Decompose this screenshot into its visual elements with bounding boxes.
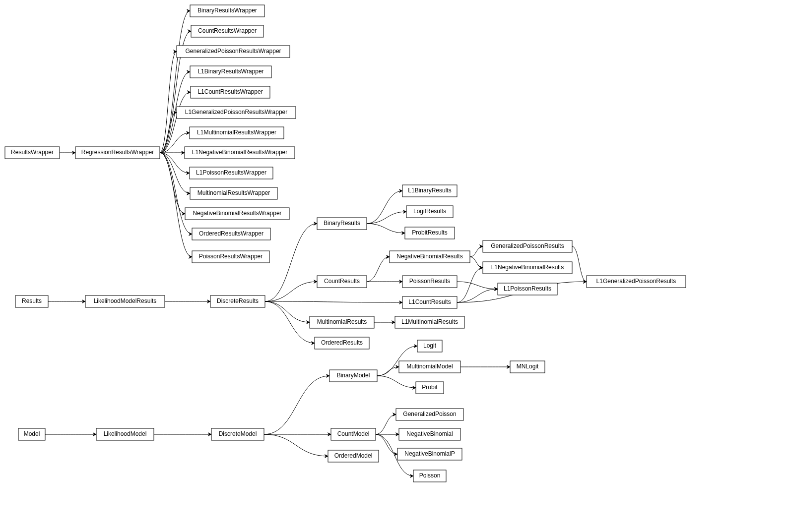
- node-label: L1CountResultsWrapper: [197, 88, 262, 95]
- node-label: OrderedResults: [321, 339, 363, 346]
- node-MultinomialResultsWrapper[interactable]: MultinomialResultsWrapper: [190, 187, 277, 199]
- node-label: DiscreteModel: [219, 430, 257, 437]
- node-LikelihoodModel[interactable]: LikelihoodModel: [96, 428, 154, 440]
- edge-CountModel-GeneralizedPoisson: [376, 414, 396, 434]
- edge-NegativeBinomialResults-GeneralizedPoissonResults: [470, 246, 483, 257]
- node-Poisson[interactable]: Poisson: [413, 470, 446, 482]
- node-label: LikelihoodModelResults: [94, 297, 157, 304]
- edge-DiscreteModel-OrderedModel: [264, 434, 328, 456]
- node-NegativeBinomialResultsWrapper[interactable]: NegativeBinomialResultsWrapper: [185, 208, 289, 220]
- node-label: Model: [24, 430, 40, 437]
- node-L1CountResultsWrapper[interactable]: L1CountResultsWrapper: [191, 86, 270, 98]
- node-BinaryModel[interactable]: BinaryModel: [329, 370, 377, 382]
- node-label: OrderedModel: [334, 452, 373, 459]
- node-label: L1PoissonResults: [504, 285, 551, 292]
- node-NegativeBinomial[interactable]: NegativeBinomial: [399, 428, 460, 440]
- node-label: LikelihoodModel: [104, 430, 147, 437]
- node-OrderedModel[interactable]: OrderedModel: [328, 450, 379, 462]
- node-label: NegativeBinomialResults: [396, 253, 462, 260]
- edge-RegressionResultsWrapper-PoissonResultsWrapper: [160, 153, 192, 257]
- node-label: MNLogit: [517, 363, 539, 370]
- edge-RegressionResultsWrapper-BinaryResultsWrapper: [160, 11, 190, 153]
- node-PoissonResults[interactable]: PoissonResults: [402, 276, 457, 288]
- node-label: GeneralizedPoissonResults: [491, 242, 564, 249]
- edge-L1CountResults-L1NegativeBinomialResults: [457, 268, 483, 302]
- node-GeneralizedPoisson[interactable]: GeneralizedPoisson: [396, 409, 463, 420]
- node-DiscreteModel[interactable]: DiscreteModel: [211, 428, 264, 440]
- node-L1CountResults[interactable]: L1CountResults: [402, 296, 457, 308]
- node-CountModel[interactable]: CountModel: [331, 428, 376, 440]
- node-NegativeBinomialP[interactable]: NegativeBinomialP: [397, 448, 462, 460]
- node-CountResults[interactable]: CountResults: [317, 276, 367, 288]
- node-label: BinaryResultsWrapper: [197, 7, 257, 14]
- node-LikelihoodModelResults[interactable]: LikelihoodModelResults: [85, 296, 165, 307]
- node-GeneralizedPoissonResultsWrapper[interactable]: GeneralizedPoissonResultsWrapper: [177, 46, 290, 58]
- node-ResultsWrapper[interactable]: ResultsWrapper: [5, 147, 60, 159]
- node-label: DiscreteResults: [217, 297, 259, 304]
- node-label: MultinomialResults: [317, 318, 367, 325]
- edge-BinaryResults-LogitResults: [367, 212, 406, 224]
- node-label: CountResults: [324, 278, 360, 285]
- node-L1BinaryResults[interactable]: L1BinaryResults: [402, 185, 457, 197]
- node-label: LogitResults: [413, 208, 446, 215]
- edge-GeneralizedPoissonResults-L1GeneralizedPoissonResults: [572, 246, 587, 282]
- node-L1PoissonResultsWrapper[interactable]: L1PoissonResultsWrapper: [190, 167, 273, 179]
- inheritance-diagram: ResultsWrapperRegressionResultsWrapperBi…: [0, 0, 786, 532]
- node-L1NegativeBinomialResultsWrapper[interactable]: L1NegativeBinomialResultsWrapper: [185, 147, 295, 159]
- node-OrderedResults[interactable]: OrderedResults: [315, 337, 369, 349]
- edge-BinaryModel-Probit: [377, 376, 416, 388]
- node-label: L1GeneralizedPoissonResults: [596, 278, 676, 285]
- node-label: BinaryModel: [337, 372, 370, 379]
- node-DiscreteResults[interactable]: DiscreteResults: [210, 296, 265, 307]
- edge-DiscreteResults-L1CountResults: [265, 301, 402, 302]
- node-L1MultinomialResultsWrapper[interactable]: L1MultinomialResultsWrapper: [190, 127, 284, 139]
- node-L1BinaryResultsWrapper[interactable]: L1BinaryResultsWrapper: [190, 66, 271, 78]
- node-label: MultinomialModel: [406, 363, 453, 370]
- node-L1NegativeBinomialResults[interactable]: L1NegativeBinomialResults: [483, 262, 572, 274]
- node-MultinomialModel[interactable]: MultinomialModel: [399, 361, 460, 373]
- node-label: CountResultsWrapper: [198, 27, 257, 34]
- node-L1GeneralizedPoissonResultsWrapper[interactable]: L1GeneralizedPoissonResultsWrapper: [177, 107, 296, 118]
- node-BinaryResultsWrapper[interactable]: BinaryResultsWrapper: [190, 5, 264, 17]
- node-label: NegativeBinomialResultsWrapper: [193, 210, 281, 217]
- edge-NegativeBinomialResults-L1NegativeBinomialResults: [470, 257, 483, 268]
- node-label: Probit: [422, 384, 438, 391]
- edge-DiscreteResults-BinaryResults: [265, 224, 317, 301]
- node-L1GeneralizedPoissonResults[interactable]: L1GeneralizedPoissonResults: [587, 276, 686, 288]
- node-L1MultinomialResults[interactable]: L1MultinomialResults: [395, 316, 464, 328]
- node-Results[interactable]: Results: [15, 296, 48, 307]
- node-label: RegressionResultsWrapper: [81, 149, 154, 156]
- node-label: L1CountResults: [408, 298, 451, 305]
- node-label: NegativeBinomialP: [404, 450, 455, 457]
- node-MNLogit[interactable]: MNLogit: [510, 361, 545, 373]
- node-BinaryResults[interactable]: BinaryResults: [317, 218, 367, 230]
- node-NegativeBinomialResults[interactable]: NegativeBinomialResults: [390, 251, 470, 263]
- edge-CountResults-NegativeBinomialResults: [367, 257, 390, 282]
- node-label: ResultsWrapper: [11, 149, 54, 156]
- node-Model[interactable]: Model: [18, 428, 45, 440]
- node-RegressionResultsWrapper[interactable]: RegressionResultsWrapper: [75, 147, 160, 159]
- node-label: MultinomialResultsWrapper: [197, 189, 270, 196]
- node-label: ProbitResults: [412, 229, 447, 236]
- node-LogitResults[interactable]: LogitResults: [406, 206, 453, 218]
- node-label: L1MultinomialResults: [401, 318, 458, 325]
- edge-DiscreteResults-MultinomialResults: [265, 301, 310, 322]
- node-label: L1BinaryResultsWrapper: [197, 68, 263, 75]
- node-MultinomialResults[interactable]: MultinomialResults: [310, 316, 374, 328]
- node-Probit[interactable]: Probit: [416, 382, 444, 394]
- node-label: OrderedResultsWrapper: [199, 230, 263, 237]
- edge-PoissonResults-L1PoissonResults: [457, 282, 498, 289]
- node-label: NegativeBinomial: [406, 430, 453, 437]
- node-GeneralizedPoissonResults[interactable]: GeneralizedPoissonResults: [483, 240, 572, 252]
- edge-CountModel-NegativeBinomialP: [376, 434, 397, 454]
- node-label: L1NegativeBinomialResults: [491, 264, 564, 271]
- node-PoissonResultsWrapper[interactable]: PoissonResultsWrapper: [192, 251, 269, 263]
- node-ProbitResults[interactable]: ProbitResults: [405, 227, 455, 239]
- node-L1PoissonResults[interactable]: L1PoissonResults: [498, 283, 557, 295]
- node-label: L1GeneralizedPoissonResultsWrapper: [185, 109, 288, 116]
- node-Logit[interactable]: Logit: [417, 340, 442, 352]
- node-OrderedResultsWrapper[interactable]: OrderedResultsWrapper: [192, 228, 270, 240]
- node-CountResultsWrapper[interactable]: CountResultsWrapper: [191, 25, 263, 37]
- node-label: PoissonResultsWrapper: [199, 253, 263, 260]
- node-label: Results: [22, 297, 42, 304]
